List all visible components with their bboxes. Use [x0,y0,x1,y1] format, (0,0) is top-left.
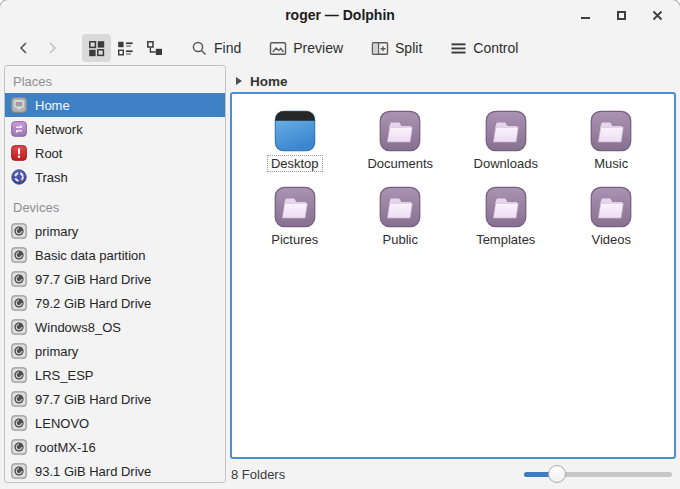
statusbar: 8 Folders [231,459,672,489]
folder-item[interactable]: Documents [348,110,454,172]
sidebar-item-label: Home [35,98,70,113]
minimize-button[interactable] [574,4,596,26]
devices-list: primary Basic data partition 97.7 GiB Ha… [5,219,225,483]
sidebar-item-device[interactable]: 97.7 GiB Hard Drive [5,387,225,411]
folder-item[interactable]: Videos [559,186,665,248]
folder-item[interactable]: Downloads [453,110,559,172]
sidebar-item-label: primary [35,344,78,359]
split-button[interactable]: Split [365,34,428,62]
sidebar-item-device[interactable]: LENOVO [5,411,225,435]
home-icon [11,97,27,113]
places-panel: Places Home Network [4,65,226,483]
minimize-icon [581,17,590,19]
folder-label: Downloads [470,155,542,172]
hard-drive-icon [11,343,27,359]
dolphin-window: roger — Dolphin [0,0,680,489]
folder-item[interactable]: Public [348,186,454,248]
sidebar-item-device[interactable]: Windows8_OS [5,315,225,339]
slider-handle[interactable] [548,465,566,483]
folder-icon [590,186,632,228]
close-icon [652,10,663,21]
sidebar-item-device[interactable]: LRS_ESP [5,363,225,387]
sidebar-item-label: LRS_ESP [35,368,94,383]
sidebar-item-label: Network [35,122,83,137]
split-icon [371,40,389,57]
details-view-button[interactable] [111,34,140,62]
folder-label: Pictures [267,231,322,248]
folder-label: Documents [363,155,437,172]
icons-view-button[interactable] [82,34,111,62]
back-button[interactable] [10,34,38,62]
hard-drive-icon [11,271,27,287]
folder-item[interactable]: Pictures [242,186,348,248]
sidebar-item-home[interactable]: Home [5,93,225,117]
places-header: Places [5,71,225,93]
hard-drive-icon [11,391,27,407]
chevron-right-icon [44,40,60,56]
devices-header: Devices [5,197,225,219]
hard-drive-icon [11,463,27,479]
sidebar-item-trash[interactable]: Trash [5,165,225,189]
sidebar-item-device[interactable]: 93.1 GiB Hard Drive [5,459,225,483]
hard-drive-icon [11,367,27,383]
folder-icon [379,110,421,152]
breadcrumb-home[interactable]: Home [250,74,288,89]
sidebar-item-network[interactable]: Network [5,117,225,141]
breadcrumb-arrow-icon [236,77,242,85]
sidebar-item-label: primary [35,224,78,239]
tree-view-icon [146,40,163,57]
sidebar-item-root[interactable]: Root [5,141,225,165]
preview-label: Preview [293,40,343,56]
sidebar-item-device[interactable]: 97.7 GiB Hard Drive [5,267,225,291]
folder-item[interactable]: Templates [453,186,559,248]
zoom-slider[interactable] [524,465,672,483]
close-button[interactable] [646,4,668,26]
sidebar-item-label: 97.7 GiB Hard Drive [35,272,151,287]
hard-drive-icon [11,295,27,311]
hard-drive-icon [11,415,27,431]
sidebar-item-label: LENOVO [35,416,89,431]
folder-item[interactable]: Desktop [242,110,348,172]
icons-view-icon [88,40,105,57]
folder-item[interactable]: Music [559,110,665,172]
hard-drive-icon [11,247,27,263]
sidebar-item-device[interactable]: primary [5,339,225,363]
network-icon [11,121,27,137]
window-controls [574,0,668,30]
hard-drive-icon [11,223,27,239]
titlebar[interactable]: roger — Dolphin [0,0,680,30]
sidebar-item-label: Basic data partition [35,248,146,263]
sidebar-item-label: 79.2 GiB Hard Drive [35,296,151,311]
search-icon [191,40,208,57]
chevron-left-icon [16,40,32,56]
maximize-button[interactable] [610,4,632,26]
status-text: 8 Folders [231,467,285,482]
split-label: Split [395,40,422,56]
details-view-icon [117,40,134,57]
folder-grid: Desktop Documents [232,94,674,248]
find-button[interactable]: Find [185,34,247,62]
preview-icon [269,40,287,57]
folder-label: Templates [472,231,539,248]
folder-icon [590,110,632,152]
find-label: Find [214,40,241,56]
sidebar-item-device[interactable]: primary [5,219,225,243]
desktop-icon [274,110,316,152]
folder-label: Music [590,155,632,172]
sidebar-item-device[interactable]: Basic data partition [5,243,225,267]
sidebar-item-label: Trash [35,170,68,185]
folder-icon [485,110,527,152]
control-button[interactable]: Control [444,34,524,62]
hamburger-menu-icon [450,40,467,57]
breadcrumb[interactable]: Home [236,71,288,91]
hard-drive-icon [11,319,27,335]
folder-label: Videos [587,231,635,248]
forward-button[interactable] [38,34,66,62]
sidebar-item-device[interactable]: 79.2 GiB Hard Drive [5,291,225,315]
sidebar-item-label: Root [35,146,62,161]
sidebar-item-label: 93.1 GiB Hard Drive [35,464,151,479]
folder-view[interactable]: Desktop Documents [230,92,676,459]
sidebar-item-device[interactable]: rootMX-16 [5,435,225,459]
tree-view-button[interactable] [140,34,169,62]
preview-button[interactable]: Preview [263,34,349,62]
